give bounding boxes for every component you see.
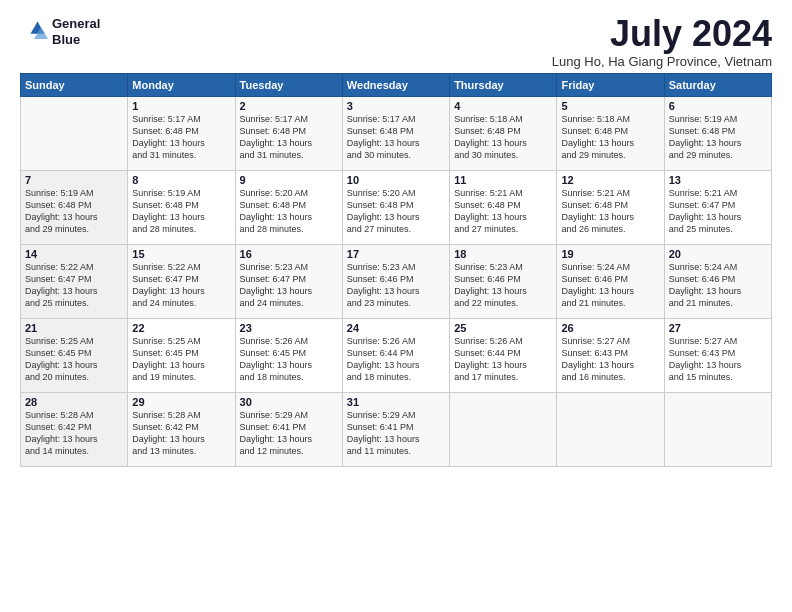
- day-cell: 20Sunrise: 5:24 AM Sunset: 6:46 PM Dayli…: [664, 245, 771, 319]
- day-cell: 25Sunrise: 5:26 AM Sunset: 6:44 PM Dayli…: [450, 319, 557, 393]
- day-cell: 6Sunrise: 5:19 AM Sunset: 6:48 PM Daylig…: [664, 97, 771, 171]
- day-cell: 2Sunrise: 5:17 AM Sunset: 6:48 PM Daylig…: [235, 97, 342, 171]
- day-detail: Sunrise: 5:26 AM Sunset: 6:44 PM Dayligh…: [454, 335, 552, 384]
- week-row-5: 28Sunrise: 5:28 AM Sunset: 6:42 PM Dayli…: [21, 393, 772, 467]
- day-detail: Sunrise: 5:29 AM Sunset: 6:41 PM Dayligh…: [347, 409, 445, 458]
- day-cell: 23Sunrise: 5:26 AM Sunset: 6:45 PM Dayli…: [235, 319, 342, 393]
- header-saturday: Saturday: [664, 74, 771, 97]
- day-number: 31: [347, 396, 445, 408]
- calendar-header: Sunday Monday Tuesday Wednesday Thursday…: [21, 74, 772, 97]
- day-cell: 14Sunrise: 5:22 AM Sunset: 6:47 PM Dayli…: [21, 245, 128, 319]
- header-sunday: Sunday: [21, 74, 128, 97]
- day-number: 4: [454, 100, 552, 112]
- day-number: 2: [240, 100, 338, 112]
- header-row: Sunday Monday Tuesday Wednesday Thursday…: [21, 74, 772, 97]
- day-number: 30: [240, 396, 338, 408]
- day-number: 27: [669, 322, 767, 334]
- day-cell: 27Sunrise: 5:27 AM Sunset: 6:43 PM Dayli…: [664, 319, 771, 393]
- day-cell: 11Sunrise: 5:21 AM Sunset: 6:48 PM Dayli…: [450, 171, 557, 245]
- day-number: 25: [454, 322, 552, 334]
- day-number: 8: [132, 174, 230, 186]
- header-friday: Friday: [557, 74, 664, 97]
- logo-text: General Blue: [52, 16, 100, 47]
- day-number: 11: [454, 174, 552, 186]
- day-number: 21: [25, 322, 123, 334]
- day-number: 22: [132, 322, 230, 334]
- week-row-1: 1Sunrise: 5:17 AM Sunset: 6:48 PM Daylig…: [21, 97, 772, 171]
- day-detail: Sunrise: 5:23 AM Sunset: 6:46 PM Dayligh…: [454, 261, 552, 310]
- location-subtitle: Lung Ho, Ha Giang Province, Vietnam: [552, 54, 772, 69]
- day-number: 1: [132, 100, 230, 112]
- day-detail: Sunrise: 5:21 AM Sunset: 6:47 PM Dayligh…: [669, 187, 767, 236]
- day-number: 18: [454, 248, 552, 260]
- day-number: 23: [240, 322, 338, 334]
- day-detail: Sunrise: 5:17 AM Sunset: 6:48 PM Dayligh…: [132, 113, 230, 162]
- day-detail: Sunrise: 5:22 AM Sunset: 6:47 PM Dayligh…: [132, 261, 230, 310]
- day-detail: Sunrise: 5:17 AM Sunset: 6:48 PM Dayligh…: [240, 113, 338, 162]
- day-number: 7: [25, 174, 123, 186]
- header-thursday: Thursday: [450, 74, 557, 97]
- day-detail: Sunrise: 5:28 AM Sunset: 6:42 PM Dayligh…: [25, 409, 123, 458]
- week-row-2: 7Sunrise: 5:19 AM Sunset: 6:48 PM Daylig…: [21, 171, 772, 245]
- day-detail: Sunrise: 5:23 AM Sunset: 6:47 PM Dayligh…: [240, 261, 338, 310]
- day-detail: Sunrise: 5:25 AM Sunset: 6:45 PM Dayligh…: [132, 335, 230, 384]
- day-cell: 3Sunrise: 5:17 AM Sunset: 6:48 PM Daylig…: [342, 97, 449, 171]
- title-block: July 2024 Lung Ho, Ha Giang Province, Vi…: [552, 16, 772, 69]
- day-number: 13: [669, 174, 767, 186]
- day-cell: 15Sunrise: 5:22 AM Sunset: 6:47 PM Dayli…: [128, 245, 235, 319]
- day-number: 28: [25, 396, 123, 408]
- week-row-3: 14Sunrise: 5:22 AM Sunset: 6:47 PM Dayli…: [21, 245, 772, 319]
- day-cell: 26Sunrise: 5:27 AM Sunset: 6:43 PM Dayli…: [557, 319, 664, 393]
- day-cell: 12Sunrise: 5:21 AM Sunset: 6:48 PM Dayli…: [557, 171, 664, 245]
- day-number: 9: [240, 174, 338, 186]
- day-cell: 22Sunrise: 5:25 AM Sunset: 6:45 PM Dayli…: [128, 319, 235, 393]
- day-detail: Sunrise: 5:23 AM Sunset: 6:46 PM Dayligh…: [347, 261, 445, 310]
- header-wednesday: Wednesday: [342, 74, 449, 97]
- day-number: 12: [561, 174, 659, 186]
- day-detail: Sunrise: 5:29 AM Sunset: 6:41 PM Dayligh…: [240, 409, 338, 458]
- calendar-page: General Blue July 2024 Lung Ho, Ha Giang…: [0, 0, 792, 479]
- day-detail: Sunrise: 5:18 AM Sunset: 6:48 PM Dayligh…: [561, 113, 659, 162]
- day-detail: Sunrise: 5:24 AM Sunset: 6:46 PM Dayligh…: [561, 261, 659, 310]
- header: General Blue July 2024 Lung Ho, Ha Giang…: [20, 16, 772, 69]
- day-cell: 30Sunrise: 5:29 AM Sunset: 6:41 PM Dayli…: [235, 393, 342, 467]
- day-number: 6: [669, 100, 767, 112]
- day-cell: 18Sunrise: 5:23 AM Sunset: 6:46 PM Dayli…: [450, 245, 557, 319]
- day-cell: 19Sunrise: 5:24 AM Sunset: 6:46 PM Dayli…: [557, 245, 664, 319]
- day-cell: 1Sunrise: 5:17 AM Sunset: 6:48 PM Daylig…: [128, 97, 235, 171]
- day-cell: 7Sunrise: 5:19 AM Sunset: 6:48 PM Daylig…: [21, 171, 128, 245]
- day-number: 3: [347, 100, 445, 112]
- day-number: 20: [669, 248, 767, 260]
- day-cell: 21Sunrise: 5:25 AM Sunset: 6:45 PM Dayli…: [21, 319, 128, 393]
- day-cell: 16Sunrise: 5:23 AM Sunset: 6:47 PM Dayli…: [235, 245, 342, 319]
- day-number: 10: [347, 174, 445, 186]
- day-detail: Sunrise: 5:21 AM Sunset: 6:48 PM Dayligh…: [454, 187, 552, 236]
- month-title: July 2024: [552, 16, 772, 52]
- day-detail: Sunrise: 5:19 AM Sunset: 6:48 PM Dayligh…: [669, 113, 767, 162]
- day-detail: Sunrise: 5:21 AM Sunset: 6:48 PM Dayligh…: [561, 187, 659, 236]
- day-number: 14: [25, 248, 123, 260]
- day-cell: [450, 393, 557, 467]
- day-detail: Sunrise: 5:17 AM Sunset: 6:48 PM Dayligh…: [347, 113, 445, 162]
- day-cell: 24Sunrise: 5:26 AM Sunset: 6:44 PM Dayli…: [342, 319, 449, 393]
- day-detail: Sunrise: 5:22 AM Sunset: 6:47 PM Dayligh…: [25, 261, 123, 310]
- day-detail: Sunrise: 5:24 AM Sunset: 6:46 PM Dayligh…: [669, 261, 767, 310]
- day-detail: Sunrise: 5:27 AM Sunset: 6:43 PM Dayligh…: [669, 335, 767, 384]
- day-cell: 5Sunrise: 5:18 AM Sunset: 6:48 PM Daylig…: [557, 97, 664, 171]
- calendar-table: Sunday Monday Tuesday Wednesday Thursday…: [20, 73, 772, 467]
- day-cell: 10Sunrise: 5:20 AM Sunset: 6:48 PM Dayli…: [342, 171, 449, 245]
- day-detail: Sunrise: 5:26 AM Sunset: 6:45 PM Dayligh…: [240, 335, 338, 384]
- day-cell: 28Sunrise: 5:28 AM Sunset: 6:42 PM Dayli…: [21, 393, 128, 467]
- day-cell: 29Sunrise: 5:28 AM Sunset: 6:42 PM Dayli…: [128, 393, 235, 467]
- day-number: 26: [561, 322, 659, 334]
- day-number: 16: [240, 248, 338, 260]
- day-detail: Sunrise: 5:18 AM Sunset: 6:48 PM Dayligh…: [454, 113, 552, 162]
- day-cell: 4Sunrise: 5:18 AM Sunset: 6:48 PM Daylig…: [450, 97, 557, 171]
- day-detail: Sunrise: 5:28 AM Sunset: 6:42 PM Dayligh…: [132, 409, 230, 458]
- logo-icon: [20, 18, 48, 46]
- day-cell: 8Sunrise: 5:19 AM Sunset: 6:48 PM Daylig…: [128, 171, 235, 245]
- day-detail: Sunrise: 5:20 AM Sunset: 6:48 PM Dayligh…: [240, 187, 338, 236]
- calendar-body: 1Sunrise: 5:17 AM Sunset: 6:48 PM Daylig…: [21, 97, 772, 467]
- day-detail: Sunrise: 5:19 AM Sunset: 6:48 PM Dayligh…: [132, 187, 230, 236]
- day-cell: [21, 97, 128, 171]
